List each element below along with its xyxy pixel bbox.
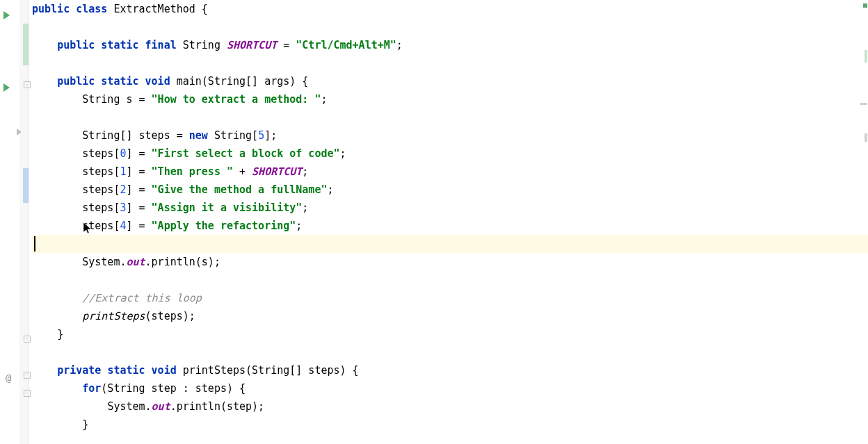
code-text-area[interactable]: public class ExtractMethod { public stat… xyxy=(29,0,868,444)
code-line: for(String step : steps) { xyxy=(32,379,868,397)
code-line: steps[4] = "Apply the refactoring"; xyxy=(32,217,868,235)
run-main-icon[interactable] xyxy=(3,83,10,92)
editor-scrollbar[interactable] xyxy=(858,0,868,444)
code-line xyxy=(32,54,868,72)
string: "How to extract a method: " xyxy=(152,93,321,106)
code-line-current xyxy=(32,235,868,253)
brace: { xyxy=(195,3,208,15)
code-line: public static void main(String[] args) { xyxy=(32,72,868,90)
keyword: public xyxy=(57,75,95,88)
field: out xyxy=(152,400,170,413)
function-call: printSteps xyxy=(82,310,145,322)
string: "Assign it a visibility" xyxy=(152,202,303,214)
fold-expand-icon[interactable] xyxy=(17,129,22,135)
code-line: steps[2] = "Give the method a fullName"; xyxy=(32,181,868,199)
change-marker-blue[interactable] xyxy=(23,168,29,203)
field: SHORTCUT xyxy=(227,39,277,51)
type: String xyxy=(82,93,120,106)
run-class-icon[interactable] xyxy=(3,11,10,19)
keyword: final xyxy=(145,39,177,51)
comment: //Extract this loop xyxy=(82,292,202,304)
type: String xyxy=(183,39,220,51)
method: printSteps xyxy=(183,364,246,377)
code-line: private static void printSteps(String[] … xyxy=(32,361,868,379)
field: out xyxy=(126,256,145,268)
code-line xyxy=(32,108,868,126)
code-line: steps[1] = "Then press " + SHORTCUT; xyxy=(32,163,868,181)
string: "Then press " xyxy=(152,165,233,178)
keyword: private xyxy=(57,364,101,377)
code-line: String s = "How to extract a method: "; xyxy=(32,90,868,108)
number: 5 xyxy=(258,129,264,142)
scrollbar-marker[interactable] xyxy=(860,103,867,105)
code-line: public class ExtractMethod { xyxy=(32,0,868,18)
string: "Ctrl/Cmd+Alt+M" xyxy=(296,39,396,51)
code-line: steps[3] = "Assign it a visibility"; xyxy=(32,199,868,217)
code-line xyxy=(32,18,868,36)
keyword: public xyxy=(32,3,70,15)
keyword: new xyxy=(189,129,208,142)
scrollbar-marker[interactable] xyxy=(865,133,867,142)
keyword: class xyxy=(76,3,107,15)
field: SHORTCUT xyxy=(252,165,302,178)
code-line: public static final String SHORTCUT = "C… xyxy=(32,36,868,54)
keyword: static xyxy=(107,364,145,377)
keyword: void xyxy=(152,364,177,377)
code-line xyxy=(32,271,868,289)
string: "Apply the refactoring" xyxy=(152,220,296,232)
editor-gutter: - - @ - - xyxy=(0,0,29,444)
change-marker-green[interactable] xyxy=(23,24,29,65)
code-editor[interactable]: - - @ - - public class ExtractMethod { p… xyxy=(0,0,868,444)
code-line xyxy=(32,343,868,361)
code-line: String[] steps = new String[5]; xyxy=(32,126,868,145)
scrollbar-marker-green[interactable] xyxy=(865,50,867,63)
keyword: static xyxy=(101,39,138,51)
diff-at-icon[interactable]: @ xyxy=(6,372,11,384)
code-line: printSteps(steps); xyxy=(32,307,868,325)
code-line: } xyxy=(32,325,868,343)
code-line: steps[0] = "First select a block of code… xyxy=(32,145,868,163)
text-caret xyxy=(34,236,35,252)
keyword: void xyxy=(145,75,170,88)
class-name: ExtractMethod xyxy=(113,3,195,15)
scrollbar-status-icon[interactable] xyxy=(863,3,867,8)
code-line: System.out.println(step); xyxy=(32,397,868,416)
method: main xyxy=(177,75,202,88)
string: "Give the method a fullName" xyxy=(152,183,328,196)
keyword: for xyxy=(82,382,101,395)
code-line: //Extract this loop xyxy=(32,289,868,307)
string: "First select a block of code" xyxy=(152,147,340,160)
code-line: System.out.println(s); xyxy=(32,253,868,271)
keyword: static xyxy=(101,75,138,88)
code-line: } xyxy=(32,416,868,434)
keyword: public xyxy=(57,39,95,51)
